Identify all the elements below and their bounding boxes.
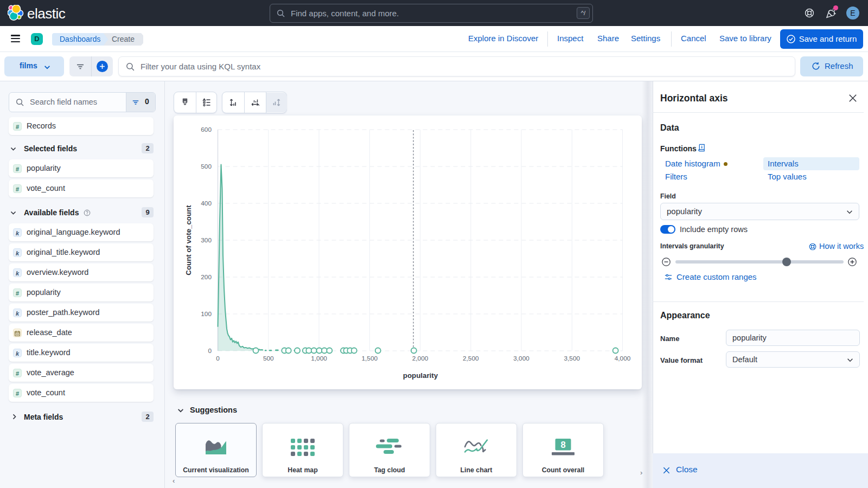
svg-text:100: 100: [201, 310, 212, 318]
svg-text:3,500: 3,500: [564, 355, 580, 362]
svg-text:0: 0: [208, 347, 212, 355]
svg-text:2,500: 2,500: [463, 355, 479, 362]
svg-text:0: 0: [216, 355, 220, 362]
svg-text:600: 600: [201, 126, 212, 133]
svg-text:3,000: 3,000: [513, 355, 529, 362]
svg-text:300: 300: [201, 236, 212, 244]
svg-text:popularity: popularity: [403, 371, 438, 380]
svg-text:500: 500: [201, 163, 212, 170]
svg-text:200: 200: [201, 273, 212, 281]
svg-text:4,000: 4,000: [615, 355, 631, 362]
svg-text:400: 400: [201, 200, 212, 207]
svg-text:2,000: 2,000: [412, 355, 429, 362]
svg-text:1,000: 1,000: [311, 355, 327, 362]
svg-text:Count of vote_count: Count of vote_count: [184, 205, 193, 275]
svg-text:1,500: 1,500: [362, 355, 378, 362]
svg-text:500: 500: [263, 355, 274, 362]
svg-text:8: 8: [560, 440, 565, 450]
